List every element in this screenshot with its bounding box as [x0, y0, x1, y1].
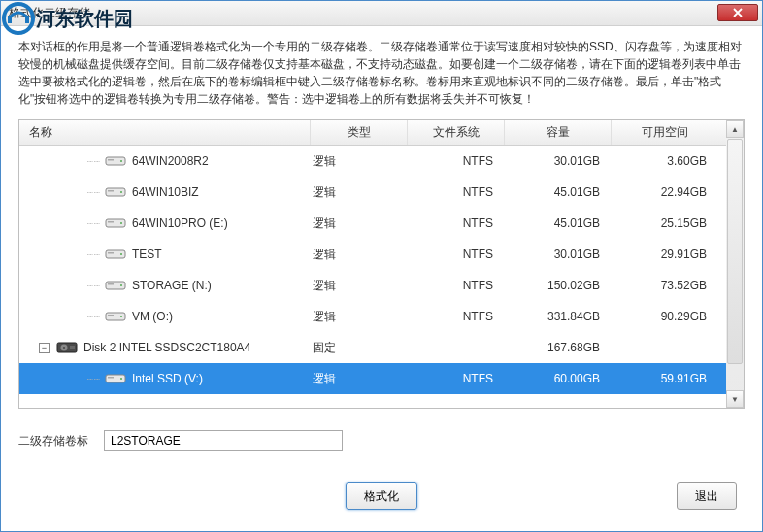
svg-point-17 — [120, 284, 122, 286]
drive-icon — [105, 248, 126, 261]
close-icon — [733, 8, 743, 17]
scroll-down-button[interactable]: ▼ — [726, 390, 744, 408]
row-type: 逻辑 — [311, 184, 408, 201]
dialog-window: 格式化二级存储 河东软件园 本对话框的作用是将一个普通逻辑卷格式化为一个专用的二… — [0, 0, 763, 532]
row-name: STORAGE (N:) — [132, 279, 212, 292]
svg-rect-24 — [70, 346, 75, 349]
col-type[interactable]: 类型 — [311, 120, 408, 145]
row-free: 59.91GB — [612, 372, 718, 385]
col-fs[interactable]: 文件系统 — [408, 120, 505, 145]
row-size: 45.01GB — [505, 185, 612, 199]
volume-table: 名称 类型 文件系统 容量 可用空间 ┈┈64WIN2008R2逻辑NTFS30… — [18, 119, 745, 409]
tree-indent: ┈┈ — [19, 156, 105, 167]
table-row[interactable]: ┈┈VM (O:)逻辑NTFS331.84GB90.29GB — [19, 301, 744, 332]
table-header: 名称 类型 文件系统 容量 可用空间 — [19, 120, 744, 146]
row-type: 逻辑 — [311, 309, 408, 325]
volume-label-caption: 二级存储卷标 — [18, 433, 104, 449]
table-row[interactable]: −Disk 2 INTEL SSDSC2CT180A4固定167.68GB — [19, 332, 744, 363]
svg-rect-7 — [108, 190, 114, 192]
svg-point-5 — [120, 160, 122, 162]
drive-icon — [105, 154, 126, 168]
tree-indent: − — [19, 343, 56, 353]
svg-point-8 — [120, 191, 122, 193]
row-fs: NTFS — [408, 248, 505, 261]
close-button[interactable] — [717, 4, 758, 21]
svg-rect-26 — [108, 377, 114, 379]
row-type: 固定 — [311, 340, 408, 356]
row-name: Intel SSD (V:) — [132, 372, 203, 385]
row-name: 64WIN10PRO (E:) — [132, 216, 228, 230]
hdd-icon — [56, 341, 78, 354]
table-row[interactable]: ┈┈STORAGE (N:)逻辑NTFS150.02GB73.52GB — [19, 270, 744, 301]
row-free: 73.52GB — [612, 279, 718, 292]
collapse-toggle[interactable]: − — [39, 343, 50, 353]
table-row[interactable]: ┈┈Intel SSD (V:)逻辑NTFS60.00GB59.91GB — [19, 363, 744, 394]
row-fs: NTFS — [408, 185, 505, 199]
row-fs: NTFS — [408, 154, 505, 168]
scroll-thumb[interactable] — [727, 139, 743, 364]
drive-icon — [105, 216, 126, 230]
svg-rect-4 — [108, 159, 114, 161]
row-size: 30.01GB — [505, 248, 612, 261]
row-type: 逻辑 — [311, 216, 408, 232]
vertical-scrollbar[interactable]: ▲ ▼ — [726, 120, 744, 408]
table-row[interactable]: ┈┈64WIN2008R2逻辑NTFS30.01GB3.60GB — [19, 146, 744, 177]
description-text: 本对话框的作用是将一个普通逻辑卷格式化为一个专用的二级存储卷。二级存储卷通常位于… — [1, 26, 762, 114]
bottom-bar: 格式化 退出 — [1, 482, 762, 517]
exit-button[interactable]: 退出 — [677, 482, 737, 510]
row-fs: NTFS — [408, 372, 505, 385]
row-size: 60.00GB — [505, 372, 612, 385]
row-fs: NTFS — [408, 310, 505, 323]
row-type: 逻辑 — [311, 278, 408, 294]
svg-point-23 — [63, 347, 65, 349]
svg-point-20 — [120, 316, 122, 317]
drive-icon — [105, 185, 126, 199]
volume-label-row: 二级存储卷标 — [18, 430, 745, 451]
svg-rect-10 — [108, 221, 114, 223]
table-row[interactable]: ┈┈64WIN10PRO (E:)逻辑NTFS45.01GB25.15GB — [19, 208, 744, 239]
row-type: 逻辑 — [311, 247, 408, 263]
col-size[interactable]: 容量 — [505, 120, 612, 145]
svg-rect-13 — [108, 252, 114, 254]
tree-indent: ┈┈ — [19, 312, 105, 322]
drive-icon — [105, 279, 126, 292]
row-size: 150.02GB — [505, 279, 612, 292]
col-name[interactable]: 名称 — [19, 120, 311, 145]
row-free: 25.15GB — [612, 216, 718, 230]
tree-indent: ┈┈ — [19, 249, 105, 260]
row-name: TEST — [132, 248, 162, 261]
table-row[interactable]: ┈┈TEST逻辑NTFS30.01GB29.91GB — [19, 239, 744, 270]
tree-indent: ┈┈ — [19, 281, 105, 291]
row-size: 45.01GB — [505, 216, 612, 230]
row-type: 逻辑 — [311, 153, 408, 170]
row-name: VM (O:) — [132, 310, 173, 323]
row-name: 64WIN10BIZ — [132, 185, 199, 199]
drive-icon — [105, 310, 126, 323]
table-row[interactable]: ┈┈64WIN10BIZ逻辑NTFS45.01GB22.94GB — [19, 177, 744, 208]
row-free: 3.60GB — [612, 154, 718, 168]
titlebar[interactable]: 格式化二级存储 — [1, 1, 762, 26]
row-fs: NTFS — [408, 216, 505, 230]
svg-point-11 — [120, 222, 122, 224]
row-size: 30.01GB — [505, 154, 612, 168]
svg-point-14 — [120, 253, 122, 255]
drive-icon — [105, 372, 126, 385]
table-body: ┈┈64WIN2008R2逻辑NTFS30.01GB3.60GB┈┈64WIN1… — [19, 146, 744, 408]
row-name: Disk 2 INTEL SSDSC2CT180A4 — [83, 341, 250, 354]
svg-point-27 — [120, 378, 122, 380]
row-free: 22.94GB — [612, 185, 718, 199]
scroll-up-button[interactable]: ▲ — [726, 120, 744, 138]
volume-label-input[interactable] — [104, 430, 343, 451]
tree-indent: ┈┈ — [19, 374, 105, 384]
row-fs: NTFS — [408, 279, 505, 292]
row-size: 167.68GB — [505, 341, 612, 354]
row-type: 逻辑 — [311, 371, 408, 387]
svg-rect-19 — [108, 315, 114, 316]
format-button[interactable]: 格式化 — [346, 482, 417, 510]
row-free: 29.91GB — [612, 248, 718, 261]
window-title: 格式化二级存储 — [1, 5, 90, 21]
tree-indent: ┈┈ — [19, 218, 105, 229]
tree-indent: ┈┈ — [19, 187, 105, 198]
col-free[interactable]: 可用空间 — [612, 120, 718, 145]
row-name: 64WIN2008R2 — [132, 154, 209, 168]
